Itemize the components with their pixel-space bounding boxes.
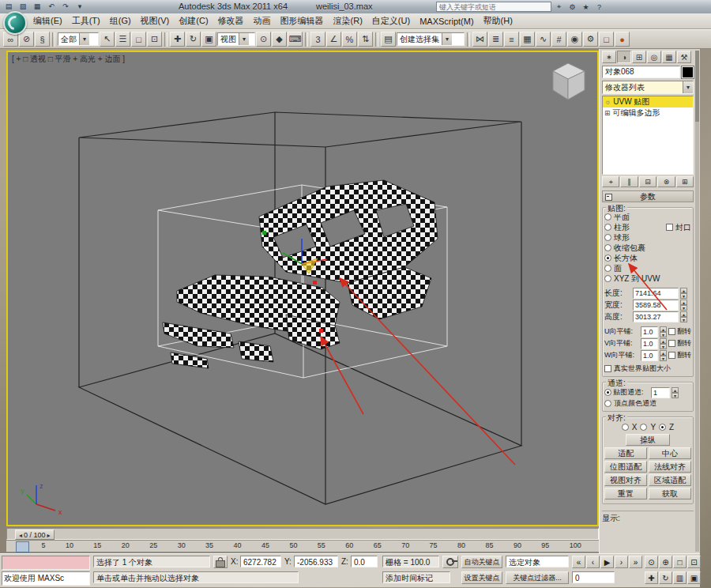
select-object-icon[interactable]: ↖ <box>100 32 115 47</box>
graphite-modeling-icon[interactable]: ▦ <box>520 32 535 47</box>
mapping-radio-box[interactable]: 长方体 <box>604 253 691 263</box>
new-scene-icon[interactable]: ▤ <box>2 1 15 12</box>
mapping-radio-xyz-to-uvw[interactable]: XYZ 到 UVW <box>604 273 691 284</box>
show-end-result-icon[interactable]: ∥ <box>620 176 638 187</box>
play-icon[interactable]: ▶ <box>600 556 614 568</box>
set-key-button[interactable] <box>442 556 458 568</box>
select-and-move-icon[interactable]: ✚ <box>170 32 185 47</box>
zoom-region-icon[interactable]: ⊡ <box>687 556 701 568</box>
use-pivot-point-icon[interactable]: ⊙ <box>256 32 271 47</box>
modifier-bulb-icon[interactable]: ☼ <box>604 98 611 106</box>
next-frame-icon[interactable]: › <box>615 556 628 568</box>
curve-editor-icon[interactable]: ∿ <box>536 32 551 47</box>
u-flip-checkbox[interactable] <box>668 328 675 335</box>
application-menu-button[interactable] <box>3 11 27 35</box>
rendered-frame-window-icon[interactable]: □ <box>599 32 614 47</box>
pin-stack-icon[interactable]: ⌖ <box>602 176 619 187</box>
select-by-name-icon[interactable]: ☰ <box>115 32 130 47</box>
zoom-all-icon[interactable]: ⊕ <box>659 556 672 568</box>
remove-modifier-icon[interactable]: ⊗ <box>657 176 675 187</box>
tab-motion[interactable]: ◎ <box>647 51 661 63</box>
scrollbar-thumb[interactable] <box>695 51 699 122</box>
align-y-radio[interactable] <box>640 424 647 431</box>
gizmo-handle-marker[interactable] <box>319 329 323 333</box>
perspective-viewport[interactable]: [ + □ 透视 □ 平滑 + 高光 + 边面 ] <box>6 51 599 526</box>
percent-snap-icon[interactable]: % <box>342 32 357 47</box>
select-and-scale-icon[interactable]: ▣ <box>201 32 216 47</box>
menu-help[interactable]: 帮助(H) <box>479 13 517 28</box>
bind-to-spacewarp-icon[interactable]: § <box>35 32 50 47</box>
snaps-toggle-icon[interactable]: 3 <box>310 32 325 47</box>
material-editor-icon[interactable]: ◉ <box>567 32 582 47</box>
key-filters-button[interactable]: 关键点过滤器... <box>506 571 569 584</box>
mapping-radio-spherical[interactable]: 球形 <box>604 232 691 243</box>
go-to-end-icon[interactable]: » <box>629 556 642 568</box>
bitmap-fit-button[interactable]: 位图适配 <box>604 461 647 473</box>
maxscript-listener-field[interactable]: 欢迎使用 MAXSc <box>2 571 90 586</box>
modifier-list-dropdown[interactable]: 修改器列表 <box>602 81 694 94</box>
vertex-color-channel-radio[interactable]: 顶点颜色通道 <box>604 398 691 409</box>
tab-display[interactable]: ▦ <box>662 51 676 63</box>
current-frame-field[interactable]: 0 <box>572 571 615 583</box>
y-coordinate-field[interactable]: -2056.933 <box>294 556 338 567</box>
save-file-icon[interactable]: ▦ <box>31 1 43 12</box>
previous-frame-icon[interactable]: ‹ <box>586 556 600 568</box>
edit-named-selection-sets-icon[interactable]: ▤ <box>381 32 396 47</box>
menu-maxscript[interactable]: MAXScript(M) <box>415 15 478 28</box>
communication-center-icon[interactable]: ⚙ <box>566 2 578 12</box>
render-setup-icon[interactable]: ⚙ <box>583 32 598 47</box>
align-x-radio[interactable] <box>622 424 629 431</box>
redo-icon[interactable]: ↷ <box>59 1 72 12</box>
tab-modify[interactable]: ◑ <box>617 51 631 63</box>
zoom-icon[interactable]: ⊙ <box>645 556 658 568</box>
open-file-icon[interactable]: ▧ <box>17 1 29 12</box>
go-to-start-icon[interactable]: « <box>572 556 585 568</box>
make-unique-icon[interactable]: ⊟ <box>639 176 656 187</box>
align-icon[interactable]: ≣ <box>488 32 503 47</box>
view-align-button[interactable]: 视图对齐 <box>604 474 647 486</box>
mapping-radio-cylindrical[interactable]: 柱形封口 <box>604 222 691 232</box>
spinner-icon[interactable]: ▴▾ <box>660 350 667 361</box>
zoom-extents-icon[interactable]: □ <box>673 556 687 568</box>
quick-access-dropdown-icon[interactable]: ▾ <box>73 1 86 12</box>
u-tile-field[interactable]: 1.0 <box>641 326 658 337</box>
time-cursor[interactable] <box>16 541 29 552</box>
tab-utilities[interactable]: ⚒ <box>677 51 691 63</box>
rectangular-selection-region-icon[interactable]: □ <box>131 32 146 47</box>
x-coordinate-field[interactable]: 6272.782 <box>240 556 281 567</box>
infocenter-search-input[interactable] <box>436 2 551 12</box>
maximize-viewport-icon[interactable]: ▣ <box>687 571 701 584</box>
normal-align-button[interactable]: 法线对齐 <box>649 461 691 473</box>
render-production-icon[interactable]: ● <box>615 32 630 47</box>
object-name-field[interactable]: 对象068 <box>602 66 680 78</box>
help-icon[interactable]: ? <box>593 2 605 12</box>
menu-tools[interactable]: 工具(T) <box>67 13 105 28</box>
spinner-icon[interactable]: ▴▾ <box>680 311 687 322</box>
spinner-icon[interactable]: ▴▾ <box>660 338 667 349</box>
undo-icon[interactable]: ↶ <box>45 1 58 12</box>
align-z-radio[interactable] <box>659 424 666 431</box>
menu-rendering[interactable]: 渲染(R) <box>329 13 367 28</box>
viewcube[interactable] <box>544 57 592 106</box>
parameters-rollout-header[interactable]: 参数 <box>602 190 694 202</box>
keyboard-shortcut-override-icon[interactable]: ⌨ <box>288 32 303 47</box>
window-crossing-icon[interactable]: ⊡ <box>147 32 162 47</box>
fit-button[interactable]: 适配 <box>604 447 647 459</box>
w-tile-field[interactable]: 1.0 <box>641 350 658 361</box>
menu-graph-editors[interactable]: 图形编辑器 <box>276 13 329 28</box>
schematic-view-icon[interactable]: # <box>551 32 566 47</box>
menu-create[interactable]: 创建(C) <box>174 13 213 28</box>
width-field[interactable]: 3589.58 <box>633 300 679 311</box>
map-channel-radio[interactable] <box>604 389 611 396</box>
v-flip-checkbox[interactable] <box>668 340 675 347</box>
favorites-icon[interactable]: ★ <box>580 2 592 12</box>
expand-icon[interactable]: ⊞ <box>604 109 611 117</box>
spinner-icon[interactable]: ▴▾ <box>680 300 687 311</box>
menu-group[interactable]: 组(G) <box>105 13 136 28</box>
pan-icon[interactable]: ✚ <box>645 571 658 584</box>
spinner-icon[interactable]: ▴▾ <box>672 387 679 398</box>
gizmo-handle-marker[interactable] <box>313 281 317 285</box>
spinner-snap-icon[interactable]: ⇅ <box>358 32 373 47</box>
modifier-stack-item-editable-poly[interactable]: ⊞ 可编辑多边形 <box>603 107 693 119</box>
mapping-radio-shrink-wrap[interactable]: 收缩包裹 <box>604 243 691 253</box>
